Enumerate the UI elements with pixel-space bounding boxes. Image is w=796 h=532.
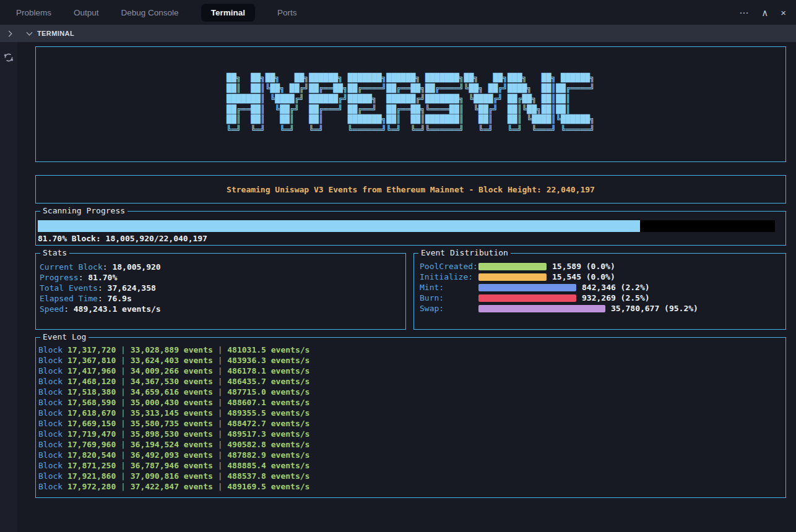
log-separator: | [121,345,126,354]
maximize-panel-icon[interactable]: ∧ [761,8,768,17]
log-rate-suffix: events/s [271,482,310,491]
log-separator: | [121,356,126,365]
log-rate-suffix: events/s [271,408,310,418]
stat-label: Speed [40,304,64,314]
event-distribution-title: Event Distribution [418,248,511,258]
log-block-number: 17,820,540 [67,450,116,460]
more-actions-icon[interactable]: ⋯ [739,8,749,17]
log-rate: 483936.3 [227,356,266,365]
log-events-suffix: events [184,419,213,428]
distribution-value: 15,589 (0.0%) [552,262,615,271]
log-row: Block 17,618,670 | 35,313,145 events | 4… [38,408,785,418]
log-rate-suffix: events/s [271,356,310,365]
log-separator: | [121,450,126,460]
log-events-count: 33,028,889 [131,345,179,354]
log-row: Block 17,871,250 | 36,787,946 events | 4… [38,460,785,471]
log-row: Block 17,568,590 | 35,000,430 events | 4… [38,397,785,408]
stat-value: 18,005,920 [112,262,160,272]
log-events-suffix: events [184,450,213,460]
distribution-bar [478,263,547,270]
log-events-count: 35,580,735 [131,419,179,428]
log-row: Block 17,468,120 | 34,367,530 events | 4… [38,376,785,387]
tab-debug-console[interactable]: Debug Console [121,8,179,17]
distribution-bar [478,305,605,312]
log-separator: | [121,461,126,470]
tab-ports[interactable]: Ports [277,8,297,17]
event-log-list: Block 17,317,720 | 33,028,889 events | 4… [38,345,785,492]
log-block-number: 17,367,810 [67,356,116,365]
log-separator: | [218,450,223,460]
distribution-list: PoolCreated:15,589 (0.0%) Initialize:15,… [420,261,785,314]
stat-colon: : [64,304,69,314]
close-panel-icon[interactable]: × [781,8,786,17]
log-rate-suffix: events/s [271,377,310,386]
sync-icon[interactable] [3,52,14,63]
stat-colon: : [103,262,108,272]
log-rate: 486178.1 [227,366,266,375]
log-rate: 487882.9 [227,450,266,460]
terminal-body: ██╗ ██╗██╗ ██╗██████╗ ███████╗██████╗ ██… [0,42,796,532]
progress-bar-fill [38,220,640,232]
stats-list: Current Block: 18,005,920 Progress: 81.7… [40,262,405,314]
distribution-value: 35,780,677 (95.2%) [611,304,698,313]
terminal-header: TERMINAL [0,25,796,42]
progress-bar-track [38,220,775,232]
log-events-suffix: events [184,398,213,407]
log-block-label: Block [38,461,63,470]
log-events-count: 35,898,530 [131,429,179,439]
log-row: Block 17,367,810 | 33,624,403 events | 4… [38,355,785,366]
tab-terminal[interactable]: Terminal [201,4,255,22]
log-row: Block 17,669,150 | 35,580,735 events | 4… [38,418,785,429]
log-separator: | [121,366,126,375]
stat-value: 37,624,358 [108,283,156,293]
log-block-label: Block [38,356,63,365]
log-row: Block 17,417,960 | 34,009,266 events | 4… [38,366,785,376]
log-events-count: 35,000,430 [131,398,179,407]
log-separator: | [121,440,126,449]
distribution-row: Swap:35,780,677 (95.2%) [420,303,785,314]
distribution-row: Initialize:15,545 (0.0%) [420,272,785,282]
log-rate-suffix: events/s [271,471,310,481]
terminal-left-rail [0,42,17,532]
log-separator: | [121,482,126,491]
log-block-label: Block [38,419,63,428]
stat-line: Speed: 489,243.1 events/s [40,304,405,314]
distribution-label: Mint: [420,283,478,292]
log-events-count: 36,492,093 [131,450,179,460]
expand-sidebar-icon[interactable] [6,30,12,36]
log-rate: 481031.5 [227,345,266,354]
stream-header-text: Streaming Uniswap V3 Events from Ethereu… [227,185,595,194]
hypersync-banner-box: ██╗ ██╗██╗ ██╗██████╗ ███████╗██████╗ ██… [35,46,786,162]
log-row: Block 17,317,720 | 33,028,889 events | 4… [38,345,785,355]
scanning-progress-title: Scanning Progress [40,206,128,216]
distribution-label: Swap: [420,304,478,313]
stat-colon: : [98,294,103,303]
log-events-count: 37,422,847 [131,482,179,491]
log-rate: 487715.0 [227,387,266,397]
tab-problems[interactable]: Problems [16,8,51,17]
log-events-count: 36,787,946 [131,461,179,470]
log-row: Block 17,769,960 | 36,194,524 events | 4… [38,439,785,450]
stat-colon: : [79,273,84,282]
log-events-count: 34,009,266 [131,366,179,375]
distribution-bar [478,294,576,302]
log-row: Block 17,719,470 | 35,898,530 events | 4… [38,429,785,439]
panel-tabs: Problems Output Debug Console Terminal P… [16,4,296,22]
log-rate-suffix: events/s [271,461,310,470]
stats-distribution-row: Stats Current Block: 18,005,920 Progress… [35,253,786,337]
stat-label: Total Events [40,283,98,293]
terminal-output[interactable]: ██╗ ██╗██╗ ██╗██████╗ ███████╗██████╗ ██… [17,42,796,532]
stat-value: 489,243.1 events/s [74,304,161,314]
event-log-title: Event Log [40,332,89,342]
log-events-suffix: events [184,461,213,470]
log-block-number: 17,972,280 [67,482,116,491]
log-block-number: 17,769,960 [67,440,116,449]
collapse-terminal-icon[interactable] [27,30,33,36]
panel-actions: ⋯ ∧ × [739,8,786,17]
log-events-suffix: events [184,366,213,375]
log-events-suffix: events [184,345,213,354]
log-block-label: Block [38,345,63,354]
tab-output[interactable]: Output [74,8,99,17]
log-block-number: 17,468,120 [67,377,116,386]
log-block-label: Block [38,408,63,418]
